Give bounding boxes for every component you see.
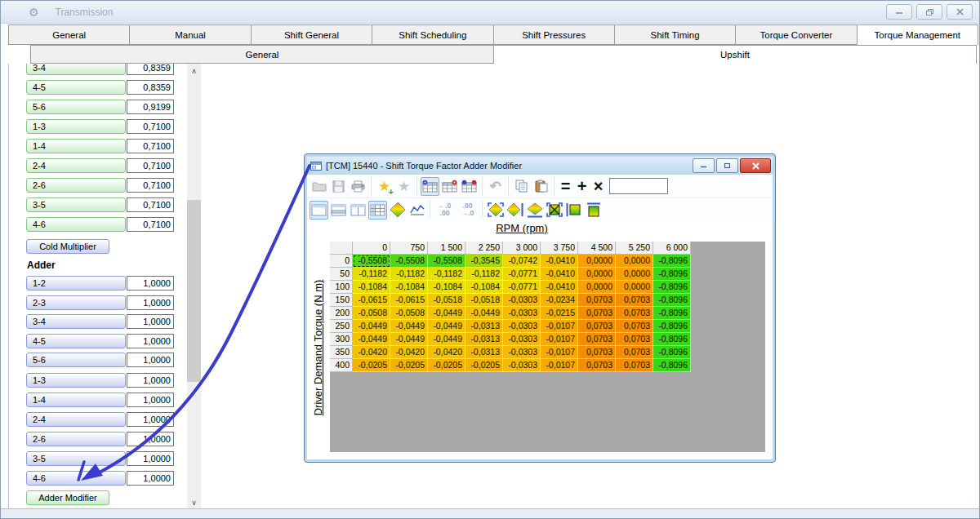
table-cell[interactable]: -0,0420 — [428, 346, 466, 359]
table-cell[interactable]: -0,0410 — [541, 268, 578, 281]
tab-shift-general[interactable]: Shift General — [252, 24, 372, 45]
subtab-general[interactable]: General — [30, 45, 494, 64]
table-cell[interactable]: -0,0234 — [541, 294, 578, 307]
table-cell[interactable]: -0,0449 — [353, 320, 390, 333]
tab-shift-timing[interactable]: Shift Timing — [615, 24, 736, 45]
view-table-icon[interactable] — [368, 201, 387, 220]
row-header-cell[interactable]: 400 — [330, 359, 353, 372]
row-header-cell[interactable]: 300 — [330, 333, 353, 346]
factor-4-6-button[interactable]: 4-6 — [26, 217, 126, 232]
table-cell[interactable]: 0,0703 — [578, 294, 616, 307]
scroll-down-button[interactable]: ∨ — [187, 495, 201, 509]
tab-shift-scheduling[interactable]: Shift Scheduling — [372, 24, 493, 45]
row-header-cell[interactable]: 350 — [330, 346, 353, 359]
table-cell[interactable]: 0,0703 — [616, 307, 653, 320]
table-cell[interactable]: -0,1182 — [428, 268, 466, 281]
table-cell[interactable]: 0,0000 — [616, 268, 653, 281]
adder-2-3-button[interactable]: 2-3 — [26, 295, 126, 310]
tab-manual[interactable]: Manual — [130, 24, 251, 45]
undo-icon[interactable]: ↶ — [486, 177, 505, 196]
view-graph-icon[interactable] — [408, 201, 426, 220]
column-header-cell[interactable]: 6 000 — [653, 242, 691, 255]
table-cell[interactable]: 0,0703 — [578, 320, 616, 333]
factor-4-5-button[interactable]: 4-5 — [26, 80, 126, 95]
table-cell[interactable]: -0,0518 — [428, 294, 466, 307]
factor-2-4-button[interactable]: 2-4 — [26, 158, 126, 173]
factor-4-6-input[interactable] — [127, 217, 174, 232]
factor-3-5-button[interactable]: 3-5 — [26, 197, 126, 212]
table-cell[interactable]: 0,0000 — [578, 268, 616, 281]
adder-3-5-button[interactable]: 3-5 — [26, 451, 126, 466]
column-header-cell[interactable]: 1 500 — [428, 242, 466, 255]
table-cell[interactable]: -0,8096 — [653, 294, 691, 307]
table-cell[interactable]: 0,0703 — [578, 307, 616, 320]
table-cell[interactable]: -0,0508 — [353, 307, 390, 320]
factor-4-5-input[interactable] — [127, 80, 174, 95]
row-header-cell[interactable]: 150 — [330, 294, 353, 307]
factor-1-4-input[interactable] — [127, 139, 174, 153]
factor-5-6-button[interactable]: 5-6 — [26, 100, 126, 114]
adder-1-4-input[interactable] — [127, 393, 174, 407]
table-cell[interactable]: -0,0107 — [541, 333, 578, 346]
compare-table-b-icon[interactable] — [440, 177, 459, 196]
factor-3-5-input[interactable] — [127, 197, 174, 212]
table-cell[interactable]: -0,8096 — [653, 320, 691, 333]
flip-vertical-icon[interactable] — [525, 201, 544, 220]
factor-2-4-input[interactable] — [127, 158, 174, 173]
table-cell[interactable]: -0,8096 — [653, 281, 691, 294]
tab-shift-pressures[interactable]: Shift Pressures — [494, 24, 615, 45]
row-header-cell[interactable]: 200 — [330, 307, 353, 320]
scrollbar-thumb[interactable] — [187, 200, 201, 382]
adder-2-6-input[interactable] — [127, 432, 174, 446]
table-cell[interactable]: 0,0703 — [616, 359, 653, 372]
adder-4-6-button[interactable]: 4-6 — [26, 471, 126, 486]
decimals-increase-icon[interactable]: .00→.0 — [457, 202, 479, 217]
adder-2-6-button[interactable]: 2-6 — [26, 432, 126, 446]
factor-1-3-input[interactable] — [127, 119, 174, 134]
popup-close-button[interactable] — [740, 158, 771, 173]
adder-1-3-input[interactable] — [127, 373, 174, 388]
table-cell[interactable]: -0,0303 — [503, 359, 541, 372]
table-cell[interactable]: -0,8096 — [653, 346, 691, 359]
table-cell[interactable]: -0,0313 — [466, 333, 503, 346]
table-cell[interactable]: -0,0410 — [541, 281, 578, 294]
table-cell[interactable]: -0,0205 — [428, 359, 466, 372]
table-cell[interactable]: -0,0107 — [541, 346, 578, 359]
decimals-decrease-icon[interactable]: ←.0.00 — [434, 202, 456, 217]
factor-1-4-button[interactable]: 1-4 — [26, 139, 126, 153]
table-cell[interactable]: -0,0303 — [503, 320, 541, 333]
op-multiply-button[interactable]: × — [590, 177, 606, 195]
row-header-cell[interactable]: 100 — [330, 281, 353, 294]
table-cell[interactable]: -0,0615 — [353, 294, 390, 307]
table-cell[interactable]: 0,0703 — [616, 346, 653, 359]
column-header-cell[interactable]: 0 — [353, 242, 390, 255]
table-cell[interactable]: -0,0449 — [428, 320, 466, 333]
table-cell[interactable]: -0,0313 — [466, 346, 503, 359]
table-cell[interactable]: -0,1084 — [353, 281, 390, 294]
minimize-button[interactable] — [886, 4, 912, 20]
adder-2-3-input[interactable] — [127, 295, 174, 310]
table-cell[interactable]: -0,0205 — [353, 359, 390, 372]
factor-2-6-button[interactable]: 2-6 — [26, 178, 126, 193]
factor-3-4-button[interactable]: 3-4 — [26, 64, 126, 75]
operation-value-input[interactable] — [609, 178, 668, 194]
column-header-cell[interactable]: 750 — [390, 242, 428, 255]
table-cell[interactable]: -0,0215 — [541, 307, 578, 320]
column-header-cell[interactable]: 5 250 — [616, 242, 653, 255]
favorite-add-icon[interactable]: ★ + — [375, 177, 394, 196]
window-titlebar[interactable]: ⚙ Transmission — [1, 1, 979, 24]
fill-down-icon[interactable] — [584, 201, 603, 220]
adder-3-4-button[interactable]: 3-4 — [26, 314, 126, 329]
adder-modifier-button[interactable]: Adder Modifier — [26, 490, 109, 505]
paste-icon[interactable] — [532, 177, 550, 196]
adder-1-4-button[interactable]: 1-4 — [26, 393, 126, 407]
table-cell[interactable]: -0,0313 — [466, 320, 503, 333]
layout-vsplit-icon[interactable] — [349, 201, 368, 220]
popup-titlebar[interactable]: [TCM] 15440 - Shift Torque Factor Adder … — [307, 157, 773, 175]
table-cell[interactable]: -0,0742 — [503, 255, 541, 268]
adder-3-4-input[interactable] — [127, 314, 174, 329]
table-cell[interactable]: 0,0703 — [616, 320, 653, 333]
column-header-cell[interactable]: 4 500 — [578, 242, 616, 255]
table-cell[interactable]: 0,0703 — [616, 294, 653, 307]
table-cell[interactable]: -0,0420 — [390, 346, 428, 359]
